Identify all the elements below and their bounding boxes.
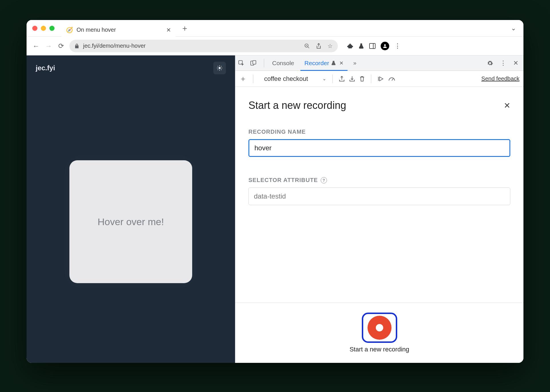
browser-tab[interactable]: 🧭 On menu hover ✕ xyxy=(61,23,176,37)
browser-menu-icon[interactable]: ⋮ xyxy=(394,42,401,50)
close-tab-icon[interactable]: ✕ xyxy=(166,27,171,33)
panel-title: Start a new recording xyxy=(248,99,346,111)
tab-console[interactable]: Console xyxy=(268,55,298,71)
profile-avatar[interactable] xyxy=(381,42,389,50)
window-titlebar: 🧭 On menu hover ✕ ＋ ⌄ xyxy=(27,20,523,37)
close-panel-icon[interactable]: ✕ xyxy=(504,101,510,110)
url-field[interactable]: jec.fyi/demo/menu-hover ☆ xyxy=(69,40,338,52)
svg-rect-17 xyxy=(253,60,256,64)
hover-card[interactable]: Hover over me! xyxy=(69,160,192,283)
delete-icon[interactable] xyxy=(360,76,365,82)
replay-icon[interactable] xyxy=(378,76,384,82)
inspect-element-icon[interactable] xyxy=(238,60,248,66)
performance-icon[interactable] xyxy=(388,76,395,82)
recorder-body: Start a new recording ✕ RECORDING NAME S… xyxy=(235,87,523,303)
close-window-button[interactable] xyxy=(32,26,37,31)
svg-point-6 xyxy=(218,67,220,69)
minimize-window-button[interactable] xyxy=(41,26,46,31)
forward-button[interactable]: → xyxy=(44,42,53,50)
more-tabs-icon[interactable]: » xyxy=(350,60,360,66)
selector-attribute-label: SELECTOR ATTRIBUTE ? xyxy=(248,177,510,183)
devtools-menu-icon[interactable]: ⋮ xyxy=(498,59,509,67)
zoom-out-icon[interactable] xyxy=(304,43,310,49)
page-viewport: jec.fyi Hover over me! xyxy=(27,55,235,363)
sun-icon xyxy=(216,65,223,71)
record-button-label: Start a new recording xyxy=(350,346,409,353)
tab-favicon-icon: 🧭 xyxy=(66,27,73,33)
recording-name-label: RECORDING NAME xyxy=(248,129,510,135)
site-title: jec.fyi xyxy=(36,64,55,72)
share-icon[interactable] xyxy=(316,43,321,49)
devtools-panel: Console Recorder ✕ » ⋮ ✕ ＋ co xyxy=(235,55,523,363)
bookmark-star-icon[interactable]: ☆ xyxy=(328,43,333,49)
help-icon[interactable]: ? xyxy=(321,177,327,183)
recorder-footer: Start a new recording xyxy=(235,303,523,363)
reload-button[interactable]: ⟳ xyxy=(57,42,65,50)
close-tab-icon[interactable]: ✕ xyxy=(339,60,344,66)
recorder-toolbar: ＋ coffee checkout ⌄ xyxy=(235,71,523,87)
close-devtools-icon[interactable]: ✕ xyxy=(511,59,521,67)
device-toolbar-icon[interactable] xyxy=(250,60,260,66)
url-text: jec.fyi/demo/menu-hover xyxy=(83,43,146,49)
new-recording-icon[interactable]: ＋ xyxy=(239,74,247,84)
record-button[interactable] xyxy=(362,313,397,343)
recording-name-input[interactable] xyxy=(248,139,510,157)
selector-attribute-input[interactable] xyxy=(248,187,510,205)
tab-overflow-icon[interactable]: ⌄ xyxy=(511,25,516,32)
recording-select[interactable]: coffee checkout ⌄ xyxy=(264,75,326,83)
svg-line-11 xyxy=(218,66,218,67)
back-button[interactable]: ← xyxy=(32,42,40,50)
side-panel-icon[interactable] xyxy=(369,43,376,49)
svg-point-5 xyxy=(384,44,386,46)
chevron-down-icon: ⌄ xyxy=(322,76,326,81)
extensions-icon[interactable] xyxy=(347,43,353,49)
labs-icon[interactable] xyxy=(358,43,364,49)
tab-recorder[interactable]: Recorder ✕ xyxy=(300,55,348,71)
svg-line-13 xyxy=(218,69,218,70)
page-body: Hover over me! xyxy=(27,81,235,363)
site-header: jec.fyi xyxy=(27,55,235,81)
new-tab-button[interactable]: ＋ xyxy=(181,23,189,34)
settings-gear-icon[interactable] xyxy=(485,60,495,66)
theme-toggle-button[interactable] xyxy=(213,62,226,74)
devtools-tabstrip: Console Recorder ✕ » ⋮ ✕ xyxy=(235,55,523,71)
browser-window: 🧭 On menu hover ✕ ＋ ⌄ ← → ⟳ jec.fyi/demo… xyxy=(27,20,523,363)
import-icon[interactable] xyxy=(349,76,355,82)
svg-line-1 xyxy=(308,47,309,48)
tab-title: On menu hover xyxy=(77,27,163,33)
send-feedback-link[interactable]: Send feedback xyxy=(481,75,519,82)
flask-icon xyxy=(331,61,336,66)
hover-card-text: Hover over me! xyxy=(98,216,164,227)
svg-rect-3 xyxy=(370,43,375,49)
svg-line-12 xyxy=(221,69,222,70)
maximize-window-button[interactable] xyxy=(49,26,55,31)
export-icon[interactable] xyxy=(339,76,345,82)
record-icon xyxy=(368,316,392,340)
content-split: jec.fyi Hover over me! xyxy=(27,55,523,363)
svg-line-14 xyxy=(221,66,222,67)
lock-icon xyxy=(75,43,79,49)
address-bar-row: ← → ⟳ jec.fyi/demo/menu-hover ☆ xyxy=(27,37,523,55)
window-controls xyxy=(32,26,55,31)
